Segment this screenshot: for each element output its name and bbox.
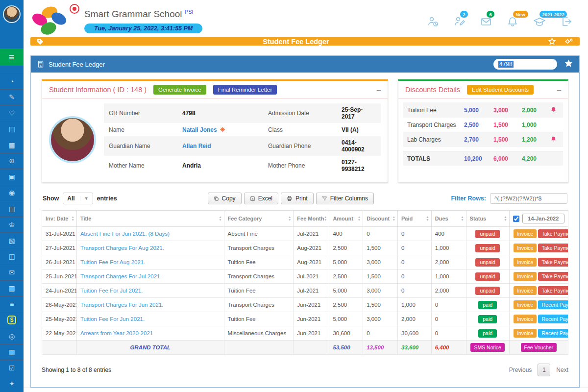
sidebar-item-fee-card[interactable]: ▤ — [0, 121, 24, 137]
invoice-button[interactable]: Invoice — [514, 272, 537, 281]
column-header-inv-date[interactable]: Inv: Date▲▼ — [42, 211, 77, 227]
column-header-title[interactable]: Title▲▼ — [76, 211, 224, 227]
sidebar-item-building[interactable]: ▥ — [0, 280, 24, 296]
status-badge: unpaid — [475, 272, 500, 281]
tag-icon[interactable] — [36, 38, 44, 46]
column-header-fee-category[interactable]: Fee Category▲▼ — [224, 211, 294, 227]
cell-title[interactable]: Absent Fine For Jun 2021. (8 Days) — [76, 227, 224, 241]
favorite-star-icon[interactable] — [548, 37, 556, 46]
fee-voucher-button[interactable]: Fee Voucher — [521, 343, 557, 352]
cell-title[interactable]: Tuition Fee For Jun 2021. — [76, 312, 224, 326]
logout-icon[interactable] — [561, 16, 572, 27]
recent-payment-button[interactable]: Recent Payment — [538, 329, 568, 338]
sidebar-item-network[interactable]: ◎ — [0, 328, 24, 344]
sidebar-item-tasks[interactable]: ☑ — [0, 360, 24, 376]
take-payment-button[interactable]: Take Payment — [538, 258, 568, 267]
field-value[interactable]: Natali Jones✳ — [182, 126, 268, 133]
generate-invoice-button[interactable]: Generate Invoice — [153, 85, 206, 95]
column-header-discount[interactable]: Discount▲▼ — [363, 211, 398, 227]
invoice-date-filter[interactable]: 14-Jan-2022 — [522, 214, 564, 223]
sidebar-item-graduation[interactable]: ✦ — [0, 376, 24, 392]
sidebar-item-student-edit[interactable]: ✎ — [0, 89, 24, 105]
entries-label: entries — [97, 195, 117, 202]
take-payment-button[interactable]: Take Payment — [538, 229, 568, 238]
column-header-status[interactable]: Status▲▼ — [466, 211, 509, 227]
sidebar-item-classroom[interactable]: ◫ — [0, 248, 24, 265]
cell-title[interactable]: Tuition Fee For Aug 2021. — [76, 255, 224, 270]
sidebar-item-id-card[interactable]: ▦ — [0, 137, 24, 153]
chevron-down-icon: ▼ — [80, 196, 89, 201]
sidebar-item-dashboard[interactable]: ◔ — [0, 73, 24, 89]
take-payment-button[interactable]: Take Payment — [538, 244, 568, 252]
sidebar-item-student[interactable]: ◉ — [0, 185, 24, 201]
sms-notice-button[interactable]: SMS Notice — [470, 343, 504, 352]
notifications-bell-icon[interactable]: New — [507, 16, 518, 27]
user-edit-icon[interactable]: 2 — [454, 16, 466, 27]
print-button[interactable]: Print — [281, 193, 314, 204]
user-clock-icon[interactable] — [427, 16, 439, 27]
cell-title[interactable]: Arrears from Year 2020-2021 — [76, 326, 224, 341]
bookmark-star-icon[interactable] — [564, 59, 573, 70]
invoice-button[interactable]: Invoice — [514, 244, 537, 252]
column-header-dues[interactable]: Dues▲▼ — [431, 211, 466, 227]
sidebar-item-fee-ledger[interactable]: $ — [0, 312, 24, 328]
filter-columns-button[interactable]: Filter Columns — [316, 193, 374, 204]
collapse-student-panel-icon[interactable]: – — [377, 87, 381, 92]
invoice-button[interactable]: Invoice — [514, 329, 537, 338]
sidebar-item-gallery[interactable]: ▧ — [0, 232, 24, 248]
recent-payment-button[interactable]: Recent Payment — [538, 300, 568, 309]
sidebar-item-mail-money[interactable]: ✉ — [0, 264, 24, 280]
sidebar-item-clipboard[interactable]: ▣ — [0, 169, 24, 185]
page-size-select[interactable]: All▼ — [63, 193, 93, 204]
invoice-button[interactable]: Invoice — [514, 300, 537, 309]
sort-icons: ▲▼ — [358, 216, 361, 221]
discounts-rows: Tuition Fee5,0003,0002,000Transport Char… — [398, 98, 568, 171]
cell-dues: 400 — [431, 227, 466, 241]
sparkle-icon[interactable]: ✳ — [220, 126, 225, 133]
take-payment-button[interactable]: Take Payment — [538, 272, 568, 281]
column-header-fee-month[interactable]: Fee Month▲▼ — [294, 211, 329, 227]
invoice-button[interactable]: Invoice — [514, 286, 537, 295]
date-filter-checkbox[interactable] — [513, 216, 519, 222]
collapse-discounts-panel-icon[interactable]: – — [557, 87, 561, 92]
previous-page-button[interactable]: Previous — [509, 367, 532, 373]
cell-title[interactable]: Transport Charges For Jul 2021. — [76, 270, 224, 284]
invoice-button[interactable]: Invoice — [514, 315, 537, 323]
totals-net: 4,200 — [522, 155, 550, 162]
excel-button[interactable]: Excel — [244, 193, 278, 204]
student-search-input[interactable]: 4798 — [493, 59, 557, 70]
current-page-button[interactable]: 1 — [538, 364, 550, 376]
final-reminder-letter-button[interactable]: Final Reminder Letter — [213, 85, 277, 95]
sidebar-item-health-card[interactable]: ▥ — [0, 344, 24, 360]
field-value[interactable]: Allan Reid — [182, 143, 268, 149]
sidebar-item-library[interactable]: ≡ — [0, 296, 24, 312]
sidebar-item-attendance[interactable]: ▤ — [0, 200, 24, 217]
academic-session-icon[interactable]: 2021-2022 — [533, 16, 546, 27]
sidebar-item-health[interactable]: ♡ — [0, 105, 24, 121]
copy-button[interactable]: Copy — [208, 193, 242, 204]
settings-gears-icon[interactable] — [564, 37, 574, 46]
column-header-amount[interactable]: Amount▲▼ — [329, 211, 363, 227]
grand-total-paid: 33,600 — [398, 341, 432, 355]
column-header-paid[interactable]: Paid▲▼ — [398, 211, 432, 227]
cell-title[interactable]: Transport Charges For Jun 2021. — [76, 298, 224, 312]
edit-student-discounts-button[interactable]: Edit Student Discounts — [467, 85, 534, 95]
sidebar-item-staff[interactable]: ♔ — [0, 217, 24, 233]
recent-payment-button[interactable]: Recent Payment — [538, 315, 568, 323]
cell-title[interactable]: Tuition Fee For Jul 2021. — [76, 284, 224, 298]
cell-date: 26-May-2021 — [42, 298, 77, 312]
hamburger-menu-button[interactable]: ≡ — [0, 49, 24, 66]
school-name: Smart Grammar School PSI — [84, 9, 202, 20]
invoice-button[interactable]: Invoice — [514, 229, 537, 238]
sidebar-item-globe[interactable]: ⊕ — [0, 153, 24, 169]
globe-icon: ⊕ — [9, 157, 15, 165]
cell-title[interactable]: Transport Charges For Aug 2021. — [76, 241, 224, 255]
invoice-button[interactable]: Invoice — [514, 258, 537, 267]
messages-icon[interactable]: 6 — [480, 16, 492, 27]
take-payment-button[interactable]: Take Payment — [538, 286, 568, 295]
reminder-bell-icon[interactable] — [550, 106, 559, 114]
next-page-button[interactable]: Next — [556, 367, 568, 373]
user-avatar[interactable] — [3, 5, 21, 23]
filter-rows-input[interactable] — [490, 193, 567, 204]
reminder-bell-icon[interactable] — [550, 136, 559, 144]
